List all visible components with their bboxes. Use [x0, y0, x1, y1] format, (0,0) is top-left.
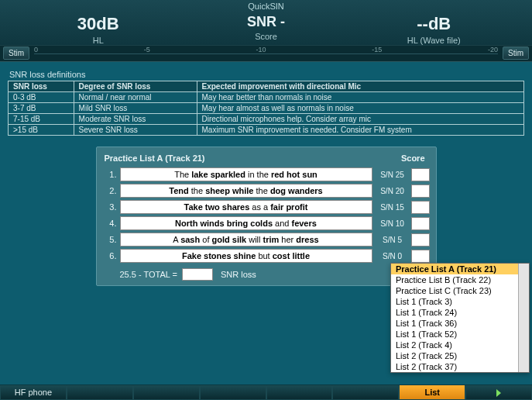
sentence-row: 3.Take two shares as a fair profitS/N 15 — [103, 200, 430, 214]
dropdown-item[interactable]: List 2 (Track 4) — [391, 340, 529, 350]
bottom-button-empty[interactable] — [67, 385, 133, 400]
score-input[interactable] — [411, 168, 430, 181]
hl-right-label: HL (Wave file) — [352, 36, 517, 45]
sentence-row: 6.Fake stones shine but cost littleS/N 0 — [103, 249, 430, 263]
score-input[interactable] — [411, 201, 430, 214]
total-suffix: SNR loss — [221, 270, 256, 279]
track-dropdown-list[interactable]: Practice List A (Track 21)Practice List … — [390, 263, 530, 373]
main-content: SNR loss definitions SNR lossDegree of S… — [0, 62, 532, 286]
sn-ratio-label: S/N 10 — [377, 219, 408, 228]
table-header: Expected improvement with directional Mi… — [197, 81, 523, 92]
dropdown-item[interactable]: Practice List A (Track 21) — [391, 264, 529, 274]
sentence-row: 4.North winds bring colds and feversS/N … — [103, 216, 430, 230]
bottom-button-hf-phone[interactable]: HF phone — [0, 385, 67, 400]
dropdown-item[interactable]: List 1 (Track 52) — [391, 329, 529, 340]
dropdown-item[interactable]: List 1 (Track 3) — [391, 296, 529, 307]
sentence-text[interactable]: The lake sparkled in the red hot sun — [120, 167, 372, 181]
sn-ratio-label: S/N 15 — [377, 203, 408, 212]
bottom-button-empty[interactable] — [133, 385, 200, 400]
snr-definitions-title: SNR loss definitions — [9, 70, 524, 79]
snr-definitions-table: SNR lossDegree of SNR lossExpected impro… — [8, 81, 524, 136]
table-row: 7-15 dBModerate SNR lossDirectional micr… — [9, 114, 524, 125]
table-cell: May hear almost as well as normals in no… — [197, 103, 523, 114]
row-number: 6. — [103, 251, 117, 260]
stim-left-button[interactable]: Stim — [3, 47, 29, 60]
app-title: QuickSIN — [0, 2, 532, 12]
sentence-panel: Practice List A (Track 21) Score 1.The l… — [96, 147, 437, 286]
scale-tick: -5 — [144, 46, 150, 53]
hl-left-readout: 30dB HL — [15, 14, 181, 45]
dropdown-item[interactable]: Practice List B (Track 22) — [391, 274, 529, 285]
sentence-text[interactable]: Tend the sheep while the dog wanders — [120, 184, 372, 198]
table-cell: May hear better than normals in noise — [197, 92, 523, 103]
header-readouts: 30dB HL SNR - Score --dB HL (Wave file) — [0, 12, 532, 45]
row-number: 1. — [103, 170, 117, 179]
scale-tick: -10 — [256, 46, 266, 53]
table-cell: Moderate SNR loss — [74, 114, 197, 125]
score-input[interactable] — [411, 217, 430, 230]
sentence-text[interactable]: A sash of gold silk will trim her dress — [120, 233, 372, 247]
bottom-toolbar: HF phoneList — [0, 384, 532, 400]
dropdown-item[interactable]: List 1 (Track 24) — [391, 307, 529, 318]
table-header: SNR loss — [9, 81, 74, 92]
sentence-text[interactable]: North winds bring colds and fevers — [120, 216, 372, 230]
scale-tick: 0 — [34, 46, 38, 53]
bottom-button-empty[interactable] — [465, 385, 532, 400]
sn-ratio-label: S/N 25 — [377, 171, 408, 179]
hl-left-label: HL — [15, 36, 181, 45]
row-number: 4. — [103, 219, 117, 228]
table-header: Degree of SNR loss — [74, 81, 197, 92]
sentence-text[interactable]: Take two shares as a fair profit — [120, 200, 372, 214]
table-row: 0-3 dBNormal / near normalMay hear bette… — [9, 92, 524, 103]
snr-center-readout: SNR - Score — [184, 14, 349, 45]
snr-value: SNR - — [184, 14, 349, 30]
score-input[interactable] — [411, 233, 430, 247]
attenuation-scale: 0-5-10-15-20 — [34, 46, 498, 60]
stim-right-button[interactable]: Stim — [503, 47, 529, 60]
table-row: >15 dBSevere SNR lossMaximum SNR improve… — [9, 125, 524, 136]
table-cell: Severe SNR loss — [74, 125, 197, 136]
sn-ratio-label: S/N 0 — [377, 252, 408, 260]
dropdown-scrollbar[interactable] — [518, 264, 529, 372]
table-cell: 0-3 dB — [9, 92, 74, 103]
sentence-text[interactable]: Fake stones shine but cost little — [120, 249, 372, 263]
dropdown-item[interactable]: List 2 (Track 25) — [391, 350, 529, 361]
table-cell: 3-7 dB — [9, 103, 74, 114]
sentence-row: 5.A sash of gold silk will trim her dres… — [103, 233, 430, 247]
play-arrow-icon — [496, 389, 501, 397]
row-number: 2. — [103, 186, 117, 195]
bottom-button-empty[interactable] — [200, 385, 266, 400]
bottom-button-list[interactable]: List — [399, 385, 465, 400]
bottom-button-empty[interactable] — [332, 385, 399, 400]
sentence-panel-title: Practice List A (Track 21) — [105, 153, 205, 163]
sn-ratio-label: S/N 5 — [377, 236, 408, 244]
table-cell: Maximum SNR improvement is needed. Consi… — [197, 125, 523, 136]
table-cell: Directional microphones help. Consider a… — [197, 114, 523, 125]
row-number: 5. — [103, 235, 117, 244]
table-row: 3-7 dBMild SNR lossMay hear almost as we… — [9, 103, 524, 114]
top-bar: QuickSIN 30dB HL SNR - Score --dB HL (Wa… — [0, 0, 532, 62]
sentence-row: 2.Tend the sheep while the dog wandersS/… — [103, 184, 430, 198]
sentence-row: 1.The lake sparkled in the red hot sunS/… — [103, 167, 430, 181]
total-prefix: 25.5 - TOTAL = — [120, 270, 178, 279]
total-row: 25.5 - TOTAL = SNR loss To — [103, 265, 430, 281]
dropdown-item[interactable]: List 2 (Track 37) — [391, 361, 529, 372]
table-cell: 7-15 dB — [9, 114, 74, 125]
hl-right-value: --dB — [352, 14, 517, 34]
table-cell: Mild SNR loss — [74, 103, 197, 114]
total-input[interactable] — [182, 268, 213, 281]
score-label: Score — [184, 32, 349, 41]
score-input[interactable] — [411, 250, 430, 263]
dropdown-item[interactable]: Practice List C (Track 23) — [391, 285, 529, 296]
hl-right-readout: --dB HL (Wave file) — [352, 14, 517, 45]
row-number: 3. — [103, 202, 117, 212]
table-cell: >15 dB — [9, 125, 74, 136]
scale-tick: -15 — [372, 46, 382, 53]
bottom-button-empty[interactable] — [266, 385, 333, 400]
dropdown-item[interactable]: List 1 (Track 36) — [391, 318, 529, 329]
score-column-label: Score — [401, 153, 425, 163]
scale-row: Stim 0-5-10-15-20 Stim — [0, 45, 532, 61]
score-input[interactable] — [411, 184, 430, 198]
sn-ratio-label: S/N 20 — [377, 187, 408, 195]
hl-left-value: 30dB — [15, 14, 181, 34]
